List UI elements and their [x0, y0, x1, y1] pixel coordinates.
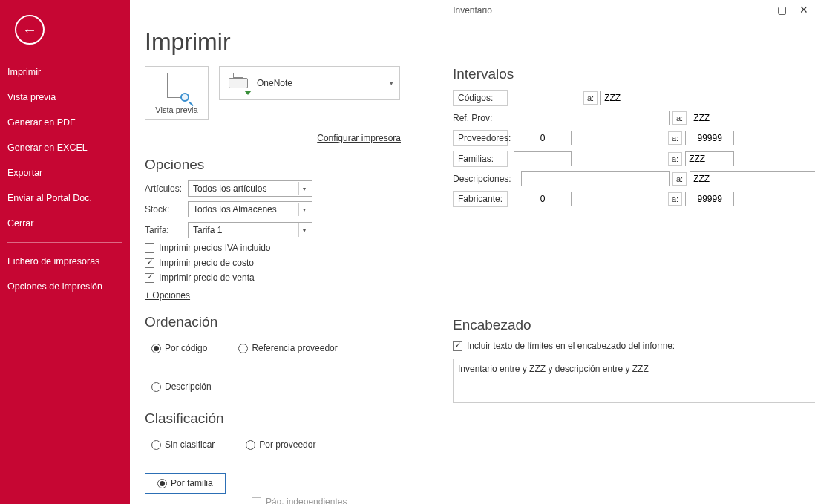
fab-to-input[interactable] [685, 192, 734, 206]
chevron-down-icon: ▾ [298, 203, 309, 216]
preview-button[interactable]: Vista previa [145, 66, 209, 120]
preview-icon [164, 73, 189, 102]
radio-por-proveedor[interactable]: Por proveedor [239, 434, 322, 455]
fam-from-input[interactable] [514, 151, 572, 166]
descripciones-label: Descripciones: [453, 171, 515, 186]
a-label: a: [583, 91, 598, 105]
familias-label[interactable]: Familias: [453, 151, 508, 167]
stock-dropdown[interactable]: Todos los Almacenes ▾ [188, 201, 312, 217]
ref-to-input[interactable] [690, 111, 815, 125]
back-button[interactable]: ← [15, 15, 45, 45]
a-label: a: [668, 152, 682, 166]
a-label: a: [672, 111, 687, 125]
checkbox-pag-independientes: Pág. independientes [252, 497, 401, 504]
nav-cerrar[interactable]: Cerrar [0, 211, 130, 236]
prov-from-input[interactable] [514, 131, 572, 145]
radio-descripcion[interactable]: Descripción [145, 376, 218, 397]
stock-label: Stock: [145, 204, 188, 215]
radio-ref-proveedor[interactable]: Referencia proveedor [232, 338, 344, 359]
encabezado-heading: Encabezado [453, 317, 815, 333]
chevron-down-icon: ▾ [298, 223, 309, 237]
encabezado-textarea[interactable]: Inventario entre y ZZZ y descripción ent… [453, 359, 815, 403]
configure-printer-link[interactable]: Configurar impresora [317, 133, 401, 143]
articulos-label: Artículos: [145, 183, 188, 194]
nav-fichero-impresoras[interactable]: Fichero de impresoras [0, 249, 130, 274]
close-window-button[interactable]: ✕ [797, 3, 811, 16]
nav-exportar[interactable]: Exportar [0, 160, 130, 186]
preview-label: Vista previa [155, 105, 197, 114]
nav-separator [7, 242, 122, 243]
maximize-button[interactable]: ▢ [775, 3, 788, 16]
codigos-label[interactable]: Códigos: [453, 90, 508, 106]
printer-icon [227, 73, 249, 94]
a-label: a: [672, 172, 687, 186]
radio-por-codigo[interactable]: Por código [145, 338, 214, 359]
codigos-from-input[interactable] [514, 91, 580, 105]
tarifa-dropdown[interactable]: Tarifa 1 ▾ [188, 222, 312, 238]
fam-to-input[interactable] [685, 151, 734, 166]
page-title: Imprimir [145, 28, 800, 56]
printer-selected-label: OneNote [257, 78, 292, 88]
a-label: a: [668, 131, 682, 145]
sidebar: ← Imprimir Vista previa Generar en PDF G… [0, 0, 130, 504]
checkbox-costo[interactable]: Imprimir precio de costo [145, 258, 401, 268]
nav-opciones-impresion[interactable]: Opciones de impresión [0, 274, 130, 299]
articulos-dropdown[interactable]: Todos los artículos ▾ [188, 180, 312, 197]
fab-from-input[interactable] [514, 192, 572, 206]
ordenacion-heading: Ordenación [145, 314, 401, 330]
tarifa-label: Tarifa: [145, 225, 188, 235]
opciones-heading: Opciones [145, 157, 401, 173]
nav-vista-previa[interactable]: Vista previa [0, 85, 130, 110]
fabricante-label[interactable]: Fabricante: [453, 191, 508, 207]
proveedores-label[interactable]: Proveedores: [453, 130, 508, 146]
chevron-down-icon: ▾ [390, 79, 393, 87]
codigos-to-input[interactable] [600, 91, 667, 105]
radio-por-familia[interactable]: Por familia [145, 473, 226, 494]
ref-from-input[interactable] [514, 111, 670, 125]
intervalos-heading: Intervalos [453, 66, 815, 82]
nav-imprimir[interactable]: Imprimir [0, 59, 130, 85]
arrow-left-icon: ← [22, 22, 37, 39]
desc-from-input[interactable] [521, 171, 670, 186]
prov-to-input[interactable] [685, 131, 734, 145]
checkbox-iva[interactable]: Imprimir precios IVA incluido [145, 243, 401, 253]
ref-prov-label: Ref. Prov: [453, 111, 508, 125]
checkbox-venta[interactable]: Imprimir precio de venta [145, 272, 401, 283]
main-content: Imprimir Vista previa OneNote ▾ [130, 21, 815, 504]
chevron-down-icon: ▾ [298, 182, 309, 195]
printer-dropdown[interactable]: OneNote ▾ [219, 66, 400, 100]
clasificacion-heading: Clasificación [145, 410, 401, 427]
nav-generar-pdf[interactable]: Generar en PDF [0, 110, 130, 135]
desc-to-input[interactable] [690, 171, 815, 186]
nav-generar-excel[interactable]: Generar en EXCEL [0, 135, 130, 160]
a-label: a: [668, 192, 682, 206]
nav-enviar-portal[interactable]: Enviar al Portal Doc. [0, 186, 130, 211]
checkbox-incluir-texto[interactable]: Incluir texto de límites en el encabezad… [453, 341, 815, 351]
window-title: Inventario [453, 5, 492, 16]
radio-sin-clasificar[interactable]: Sin clasificar [145, 434, 221, 455]
mas-opciones-link[interactable]: + Opciones [145, 290, 190, 301]
